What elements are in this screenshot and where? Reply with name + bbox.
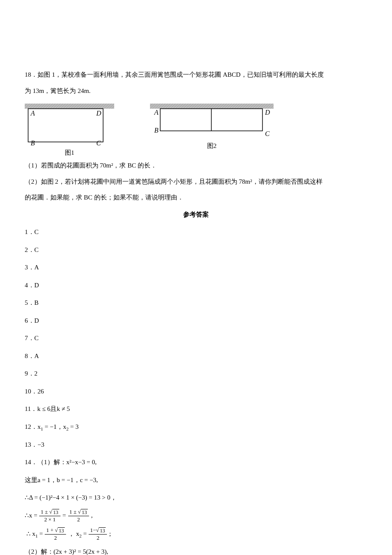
a12-mid: = −1，x: [43, 423, 66, 430]
answer-7: 7．C: [25, 332, 367, 345]
answer-9: 9．2: [25, 367, 367, 381]
a14-semi: ;: [109, 530, 111, 537]
q18-stem-line1: 18．如图 1，某校准备一面利用墙，其余三面用篱笆围成一个矩形花圃 ABCD，已…: [25, 68, 367, 82]
a14-l2: 这里a = 1，b = −1，c = −3,: [25, 474, 367, 487]
a14-therefore: ∴ x: [26, 530, 35, 537]
answers-title: 参考答案: [25, 208, 367, 222]
a12-prefix: 12．x: [25, 423, 41, 430]
sqrt13-1: 13: [52, 509, 59, 515]
q18-part2: （2）如图 2，若计划将花圃中间用一道篱笆隔成两个小矩形，且花圃面积为 78m²…: [25, 175, 367, 189]
a14-comma: ,: [91, 512, 93, 519]
a14-l4-prefix: ∴x =: [25, 512, 37, 519]
answer-5: 5．B: [25, 296, 367, 310]
answer-11: 11．k ≤ 6且k ≠ 5: [25, 402, 367, 416]
frac-3: 1 + √13 2: [45, 527, 66, 541]
a12-end: = 3: [69, 423, 78, 430]
svg-rect-1: [25, 104, 114, 109]
label-B2: B: [154, 127, 159, 134]
sqrt13-2: 13: [81, 509, 88, 515]
label-B: B: [31, 139, 35, 146]
a14-eq1: =: [63, 512, 68, 519]
answer-6: 6．D: [25, 314, 367, 328]
figure-1: A D B C 图1: [25, 104, 114, 156]
frac1-den: 2 × 1: [43, 516, 57, 523]
figures-row: A D B C 图1 A D B C 图2: [25, 104, 367, 156]
a14-sep: ， x: [68, 530, 79, 537]
a14-l4: ∴x = 1 ± √13 2 × 1 = 1 ± √13 2 ,: [25, 509, 367, 523]
answer-4: 4．D: [25, 279, 367, 292]
frac3-den: 2: [53, 535, 58, 541]
sqrt13-4: 13: [99, 527, 106, 534]
a14-eq3: =: [81, 530, 88, 537]
label-A: A: [30, 110, 35, 117]
figure-1-svg: A D B C: [25, 104, 114, 146]
frac-2: 1 ± √13 2: [68, 509, 89, 523]
a14-l5: ∴ x1 = 1 + √13 2 ， x2 = 1−√13 2 ;: [25, 527, 367, 541]
svg-rect-4: [150, 104, 274, 109]
a14-l3: ∴Δ = (−1)²−4 × 1 × (−3) = 13 > 0，: [25, 491, 367, 505]
answer-3: 3．A: [25, 261, 367, 275]
answer-13: 13．−3: [25, 438, 367, 452]
frac4-den: 2: [95, 535, 101, 541]
answer-1: 1．C: [25, 225, 367, 239]
label-D2: D: [265, 109, 270, 116]
frac-4: 1−√13 2: [89, 527, 107, 541]
a14-l6: （2）解：(2x + 3)² = 5(2x + 3),: [25, 545, 367, 555]
answer-8: 8．A: [25, 350, 367, 363]
figure-2-svg: A D B C: [150, 104, 274, 139]
figure-2: A D B C 图2: [150, 104, 274, 156]
svg-rect-2: [28, 109, 103, 142]
answer-12: 12．x1 = −1，x2 = 3: [25, 420, 367, 434]
answer-10: 10．26: [25, 385, 367, 399]
a14-l1: 14．（1）解：x²−x−3 = 0,: [25, 456, 367, 469]
a14-eq2: =: [38, 530, 45, 537]
frac-1: 1 ± √13 2 × 1: [39, 509, 60, 523]
frac2-den: 2: [76, 516, 81, 523]
figure-2-label: 图2: [207, 142, 217, 150]
q18-stem-line2: 为 13m，篱笆长为 24m.: [25, 84, 367, 98]
q18-part1: （1）若围成的花圃面积为 70m²，求 BC 的长．: [25, 159, 367, 173]
label-C: C: [96, 139, 101, 146]
label-D: D: [96, 110, 101, 117]
sqrt13-3: 13: [58, 527, 65, 534]
figure-1-label: 图1: [65, 149, 75, 156]
q18-part2b: 的花圃．如果能，求 BC 的长；如果不能，请说明理由．: [25, 191, 367, 205]
answer-2: 2．C: [25, 243, 367, 257]
label-C2: C: [265, 130, 270, 137]
label-A2: A: [154, 109, 159, 116]
